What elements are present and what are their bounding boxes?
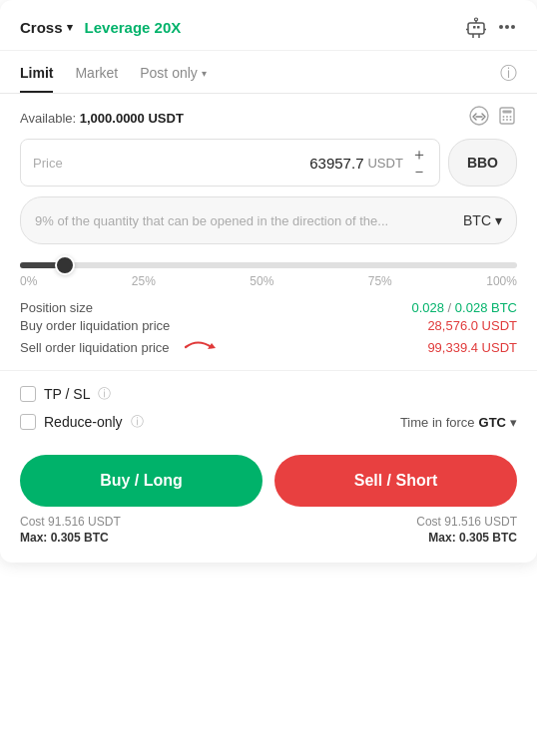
price-input[interactable]: Price 63957.7 USDT ＋ －: [20, 139, 440, 187]
sell-short-label: Sell / Short: [354, 472, 438, 489]
tif-chevron-icon: ▾: [510, 415, 517, 430]
sell-cost-label: Cost 91.516 USDT: [416, 515, 517, 529]
quantity-currency[interactable]: BTC ▾: [463, 212, 502, 228]
chevron-down-icon: ▾: [202, 68, 207, 79]
reduce-only-row: Reduce-only ⓘ Time in force GTC ▾: [20, 413, 517, 431]
sell-liquidation-value: 99,339.4 USDT: [427, 340, 517, 355]
slider-label-0: 0%: [20, 274, 37, 288]
buy-max: Max: 0.305 BTC: [20, 531, 121, 545]
svg-point-20: [510, 119, 512, 121]
tab-limit[interactable]: Limit: [20, 61, 53, 93]
svg-point-4: [475, 18, 478, 21]
reduce-only-label: Reduce-only: [44, 414, 123, 430]
quantity-placeholder: 9% of the quantity that can be opened in…: [35, 213, 463, 228]
svg-point-11: [511, 25, 515, 29]
tpsl-option-left: TP / SL ⓘ: [20, 385, 111, 403]
svg-point-17: [510, 116, 512, 118]
price-value: 63957.7: [63, 155, 364, 172]
tpsl-row: TP / SL ⓘ: [20, 385, 517, 403]
slider-labels: 0% 25% 50% 75% 100%: [20, 274, 517, 288]
time-in-force-prefix: Time in force: [400, 415, 475, 430]
cross-label: Cross: [20, 19, 63, 36]
price-stepper: ＋ －: [411, 147, 427, 180]
more-button[interactable]: [497, 17, 517, 37]
svg-rect-2: [477, 26, 480, 29]
tabs: Limit Market Post only ▾ ⓘ: [0, 51, 537, 94]
slider-label-75: 75%: [368, 274, 392, 288]
tab-post-only[interactable]: Post only ▾: [140, 61, 207, 93]
svg-rect-0: [468, 23, 484, 34]
trading-card: Cross ▾ Leverage 20X: [0, 0, 537, 563]
sell-short-button[interactable]: Sell / Short: [274, 455, 517, 507]
svg-point-9: [499, 25, 503, 29]
slider-track[interactable]: [20, 262, 517, 268]
sell-liquidation-label: Sell order liquidation price: [20, 340, 170, 355]
svg-point-10: [505, 25, 509, 29]
sell-liquidation-row: Sell order liquidation price 99,339.4 US…: [20, 336, 517, 358]
available-label: Available: 1,000.0000 USDT: [20, 111, 184, 126]
tab-post-only-label: Post only: [140, 65, 198, 81]
buy-long-button[interactable]: Buy / Long: [20, 455, 263, 507]
reduce-only-checkbox[interactable]: [20, 414, 36, 430]
price-label: Price: [33, 156, 63, 171]
header: Cross ▾ Leverage 20X: [0, 0, 537, 51]
calculator-icon[interactable]: [497, 106, 517, 131]
time-in-force-value: GTC: [479, 415, 506, 430]
buy-cost-col: Cost 91.516 USDT Max: 0.305 BTC: [20, 515, 121, 545]
leverage-label: Leverage 20X: [85, 19, 182, 36]
available-icons: [469, 106, 517, 131]
buy-liquidation-label: Buy order liquidation price: [20, 318, 170, 333]
quantity-row: 9% of the quantity that can be opened in…: [0, 196, 537, 244]
tpsl-label: TP / SL: [44, 386, 90, 402]
tpsl-info-icon[interactable]: ⓘ: [98, 385, 111, 403]
available-value: 1,000.0000 USDT: [80, 111, 184, 126]
position-size-value: 0.028 / 0.028 BTC: [411, 300, 517, 315]
available-row: Available: 1,000.0000 USDT: [0, 94, 537, 139]
header-icons: [465, 16, 517, 38]
bbo-label: BBO: [467, 155, 498, 171]
svg-point-16: [506, 116, 508, 118]
robot-icon: [465, 16, 487, 38]
buy-cost-label: Cost 91.516 USDT: [20, 515, 121, 529]
slider-label-100: 100%: [486, 274, 517, 288]
sell-cost-value: 91.516 USDT: [444, 515, 517, 529]
svg-point-12: [470, 107, 488, 125]
position-size-label: Position size: [20, 300, 93, 315]
svg-point-19: [506, 119, 508, 121]
price-increment-button[interactable]: ＋: [411, 147, 427, 163]
reduce-only-info-icon[interactable]: ⓘ: [131, 413, 144, 431]
price-currency: USDT: [367, 156, 402, 171]
info-icon[interactable]: ⓘ: [500, 62, 517, 93]
tab-limit-label: Limit: [20, 65, 53, 81]
quantity-input[interactable]: 9% of the quantity that can be opened in…: [20, 196, 517, 244]
cross-button[interactable]: Cross ▾: [20, 19, 73, 36]
cost-row: Cost 91.516 USDT Max: 0.305 BTC Cost 91.…: [0, 507, 537, 545]
tab-market-label: Market: [75, 65, 118, 81]
options-section: TP / SL ⓘ Reduce-only ⓘ Time in force GT…: [0, 370, 537, 431]
price-decrement-button[interactable]: －: [411, 164, 427, 180]
buy-liquidation-value: 28,576.0 USDT: [427, 318, 517, 333]
sell-cost-col: Cost 91.516 USDT Max: 0.305 BTC: [416, 515, 517, 545]
tab-market[interactable]: Market: [75, 61, 118, 93]
info-section: Position size 0.028 / 0.028 BTC Buy orde…: [0, 288, 537, 358]
more-icon: [497, 17, 517, 37]
slider-section: 0% 25% 50% 75% 100%: [0, 254, 537, 288]
action-buttons: Buy / Long Sell / Short: [0, 441, 537, 507]
svg-rect-14: [503, 111, 512, 114]
tpsl-checkbox[interactable]: [20, 386, 36, 402]
slider-thumb[interactable]: [55, 255, 75, 275]
svg-point-18: [503, 119, 505, 121]
svg-rect-1: [473, 26, 476, 29]
bbo-button[interactable]: BBO: [448, 139, 517, 187]
time-in-force-control[interactable]: Time in force GTC ▾: [400, 415, 517, 430]
buy-liquidation-row: Buy order liquidation price 28,576.0 USD…: [20, 318, 517, 333]
transfer-icon[interactable]: [469, 106, 489, 131]
header-left: Cross ▾ Leverage 20X: [20, 19, 181, 36]
chevron-down-icon: ▾: [67, 21, 73, 34]
buy-cost-value: 91.516 USDT: [48, 515, 121, 529]
leverage-button[interactable]: Leverage 20X: [85, 19, 182, 36]
robot-button[interactable]: [465, 16, 487, 38]
slider-label-25: 25%: [132, 274, 156, 288]
position-size-row: Position size 0.028 / 0.028 BTC: [20, 300, 517, 315]
buy-long-label: Buy / Long: [100, 472, 183, 489]
